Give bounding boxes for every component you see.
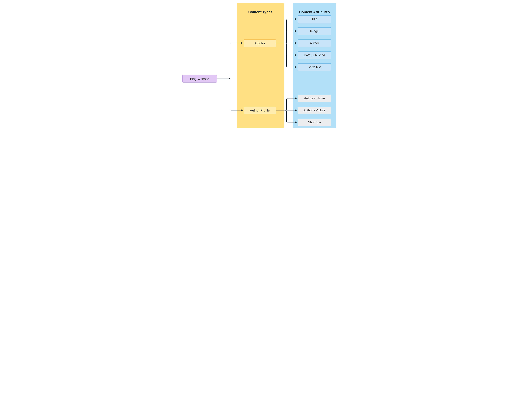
attr-body-text: Body Text (297, 63, 331, 71)
content-attributes-heading: Content Attributes (293, 10, 336, 14)
type-articles: Articles (244, 39, 276, 47)
attr-body-text-label: Body Text (308, 65, 321, 69)
attr-author-name: Author’s Name (297, 95, 331, 102)
root-blog-website: Blog Website (182, 75, 217, 82)
root-label: Blog Website (190, 77, 209, 81)
content-types-heading: Content Types (237, 10, 284, 14)
attr-author-label: Author (310, 41, 319, 45)
attr-author-name-label: Author’s Name (304, 97, 325, 100)
attr-title-label: Title (312, 17, 317, 21)
attr-short-bio-label: Short Bio (308, 120, 321, 124)
attr-short-bio: Short Bio (297, 119, 331, 126)
type-author-profile: Author Profile (244, 107, 276, 114)
attr-author-picture: Author’s Picture (297, 107, 331, 114)
attr-date-published: Date Published (297, 52, 331, 59)
attr-image-label: Image (310, 29, 319, 33)
attr-date-published-label: Date Published (304, 53, 325, 57)
attr-image: Image (297, 28, 331, 35)
type-author-profile-label: Author Profile (250, 109, 269, 112)
attr-author-picture-label: Author’s Picture (304, 109, 326, 112)
attr-title: Title (297, 15, 331, 23)
type-articles-label: Articles (255, 41, 265, 45)
diagram-canvas: Content Types Content Attributes Blog We… (178, 0, 340, 131)
attr-author: Author (297, 39, 331, 47)
